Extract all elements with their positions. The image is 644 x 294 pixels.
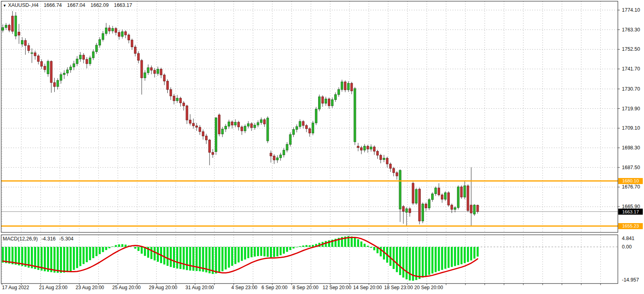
macd-histogram-bar xyxy=(425,247,427,276)
candle-bull xyxy=(79,55,81,59)
candle-bull xyxy=(280,155,282,158)
candle-bear xyxy=(170,89,172,96)
macd-histogram-bar xyxy=(2,247,4,263)
macd-histogram-bar xyxy=(170,247,172,267)
macd-histogram-bar xyxy=(409,247,411,280)
macd-histogram-bar xyxy=(267,247,269,257)
macd-histogram-bar xyxy=(82,247,84,264)
candle-bear xyxy=(273,156,275,160)
candle-bull xyxy=(60,75,62,80)
price-axis-label: 1763.30 xyxy=(622,27,640,33)
macd-histogram-bar xyxy=(373,247,375,250)
candle-bear xyxy=(173,96,175,101)
mt4-chart-window: ▼XAUUSD-,H4 1666.74 1667.04 1662.09 1663… xyxy=(0,0,644,294)
candle-bull xyxy=(102,33,104,39)
macd-histogram-bar xyxy=(154,247,156,261)
macd-histogram-bar xyxy=(325,241,327,247)
candle-bull xyxy=(473,205,475,214)
candle-bull xyxy=(92,52,94,58)
candle-bull xyxy=(435,188,437,194)
macd-histogram-bar xyxy=(53,247,56,273)
candle-bull xyxy=(338,89,340,95)
candle-bull xyxy=(405,209,407,212)
candle-bull xyxy=(31,53,33,54)
candle-bull xyxy=(464,186,466,197)
macd-histogram-bar xyxy=(215,247,217,273)
candle-bear xyxy=(461,187,463,197)
candle-bear xyxy=(470,205,472,213)
candle-bull xyxy=(457,187,459,207)
macd-histogram-bar xyxy=(176,247,178,269)
candle-bear xyxy=(418,189,420,221)
time-axis-label: 23 Aug 20:00 xyxy=(76,285,104,290)
candle-bear xyxy=(138,54,140,60)
macd-histogram-bar xyxy=(380,247,382,257)
candle-bear xyxy=(18,32,20,35)
macd-histogram-bar xyxy=(222,247,224,271)
candle-bull xyxy=(364,146,366,150)
candle-bull xyxy=(257,122,259,125)
candle-bear xyxy=(25,40,27,46)
macd-histogram-bar xyxy=(138,247,140,251)
price-axis-label: 1687.50 xyxy=(622,165,640,170)
macd-histogram-bar xyxy=(192,247,194,271)
price-axis-label: 1698.30 xyxy=(622,145,640,151)
macd-histogram-bar xyxy=(415,247,417,280)
candle-bull xyxy=(63,73,65,75)
candle-bear xyxy=(50,61,52,83)
candle-bear xyxy=(37,56,39,62)
candle-bull xyxy=(415,189,417,203)
candle-bull xyxy=(47,61,49,74)
macd-histogram-bar xyxy=(108,247,110,248)
candle-bull xyxy=(318,97,320,109)
candle-bear xyxy=(131,40,133,47)
macd-histogram-bar xyxy=(173,247,175,268)
candle-bull xyxy=(354,89,356,142)
candle-bear xyxy=(241,127,243,131)
macd-histogram-bar xyxy=(438,247,440,271)
macd-histogram-bar xyxy=(296,247,298,247)
symbol-dropdown-icon[interactable]: ▼ xyxy=(3,4,6,8)
symbol-timeframe-label: XAUUSD-,H4 xyxy=(8,2,39,8)
price-axis-label: 1741.70 xyxy=(622,66,640,72)
candle-bear xyxy=(118,33,120,37)
candle-bull xyxy=(147,68,149,73)
macd-histogram-bar xyxy=(444,247,446,269)
macd-histogram-bar xyxy=(125,244,127,247)
candle-bear xyxy=(218,115,220,134)
candle-bear xyxy=(389,164,391,168)
candle-bear xyxy=(212,152,214,154)
candle-bull xyxy=(341,82,343,89)
macd-histogram-bar xyxy=(257,247,259,256)
chart-surface[interactable] xyxy=(0,0,644,294)
candle-bear xyxy=(125,32,127,35)
candle-bear xyxy=(425,204,427,208)
candle-bear xyxy=(238,122,240,127)
macd-histogram-bar xyxy=(95,247,97,256)
candle-bull xyxy=(283,150,285,155)
candle-bull xyxy=(235,122,237,125)
macd-histogram-bar xyxy=(50,247,52,272)
candle-bull xyxy=(176,98,178,101)
candle-bull xyxy=(144,73,146,78)
candle-bull xyxy=(105,28,107,33)
candle-bull xyxy=(5,25,7,27)
macd-histogram-bar xyxy=(99,247,101,254)
candle-bull xyxy=(444,193,446,199)
candle-bear xyxy=(477,205,479,211)
macd-histogram-bar xyxy=(428,247,430,275)
macd-histogram-bar xyxy=(289,247,291,250)
candle-bear xyxy=(270,153,272,156)
level-price-badge: 1655.23 xyxy=(618,223,643,229)
price-axis-label: 1774.10 xyxy=(622,7,640,13)
macd-axis-label: 4.841 xyxy=(622,236,634,241)
candle-bull xyxy=(383,158,385,160)
macd-histogram-bar xyxy=(399,247,401,275)
macd-histogram-bar xyxy=(73,247,75,270)
candle-bull xyxy=(57,81,59,87)
macd-indicator-label: MACD(12,26,9) -4.316 -5.304 xyxy=(3,236,74,242)
macd-histogram-bar xyxy=(47,247,49,272)
level-price-badge: 1680.10 xyxy=(618,178,643,184)
macd-histogram-bar xyxy=(451,247,453,267)
macd-histogram-bar xyxy=(251,247,253,257)
